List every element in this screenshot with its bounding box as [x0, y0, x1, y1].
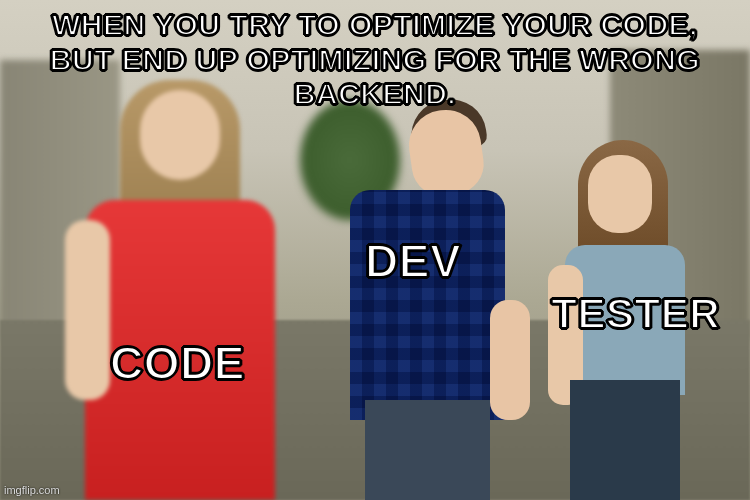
- label-center: DEV: [365, 235, 461, 288]
- label-left: CODE: [110, 337, 245, 390]
- figure-man-distracted: [310, 80, 520, 500]
- watermark: imgflip.com: [4, 484, 60, 496]
- figure-woman-red: [30, 70, 310, 500]
- meme-image: WHEN YOU TRY TO OPTIMIZE YOUR CODE, BUT …: [0, 0, 750, 500]
- label-right: TESTER: [551, 290, 720, 338]
- caption-top: WHEN YOU TRY TO OPTIMIZE YOUR CODE, BUT …: [0, 8, 750, 112]
